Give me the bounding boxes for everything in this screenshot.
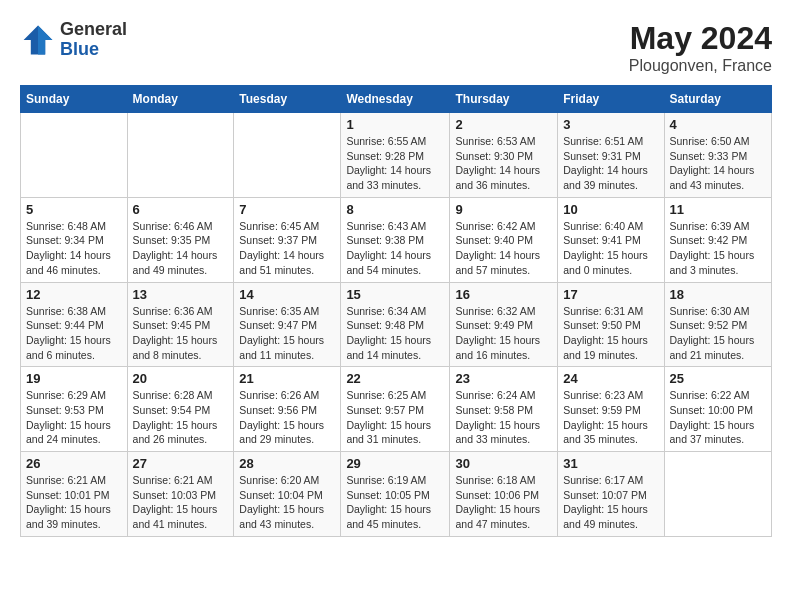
day-number: 18 bbox=[670, 287, 767, 302]
day-number: 26 bbox=[26, 456, 122, 471]
calendar-cell: 13Sunrise: 6:36 AM Sunset: 9:45 PM Dayli… bbox=[127, 282, 234, 367]
header-row: SundayMondayTuesdayWednesdayThursdayFrid… bbox=[21, 86, 772, 113]
day-number: 15 bbox=[346, 287, 444, 302]
header-saturday: Saturday bbox=[664, 86, 772, 113]
svg-marker-1 bbox=[38, 25, 52, 54]
calendar-cell: 30Sunrise: 6:18 AM Sunset: 10:06 PM Dayl… bbox=[450, 452, 558, 537]
day-info: Sunrise: 6:43 AM Sunset: 9:38 PM Dayligh… bbox=[346, 219, 444, 278]
day-number: 13 bbox=[133, 287, 229, 302]
day-info: Sunrise: 6:31 AM Sunset: 9:50 PM Dayligh… bbox=[563, 304, 658, 363]
day-number: 9 bbox=[455, 202, 552, 217]
week-row-3: 12Sunrise: 6:38 AM Sunset: 9:44 PM Dayli… bbox=[21, 282, 772, 367]
calendar-cell: 6Sunrise: 6:46 AM Sunset: 9:35 PM Daylig… bbox=[127, 197, 234, 282]
day-info: Sunrise: 6:18 AM Sunset: 10:06 PM Daylig… bbox=[455, 473, 552, 532]
day-info: Sunrise: 6:32 AM Sunset: 9:49 PM Dayligh… bbox=[455, 304, 552, 363]
day-info: Sunrise: 6:53 AM Sunset: 9:30 PM Dayligh… bbox=[455, 134, 552, 193]
calendar-cell: 23Sunrise: 6:24 AM Sunset: 9:58 PM Dayli… bbox=[450, 367, 558, 452]
calendar-cell: 11Sunrise: 6:39 AM Sunset: 9:42 PM Dayli… bbox=[664, 197, 772, 282]
day-info: Sunrise: 6:38 AM Sunset: 9:44 PM Dayligh… bbox=[26, 304, 122, 363]
day-info: Sunrise: 6:23 AM Sunset: 9:59 PM Dayligh… bbox=[563, 388, 658, 447]
day-info: Sunrise: 6:50 AM Sunset: 9:33 PM Dayligh… bbox=[670, 134, 767, 193]
day-info: Sunrise: 6:55 AM Sunset: 9:28 PM Dayligh… bbox=[346, 134, 444, 193]
calendar-cell: 8Sunrise: 6:43 AM Sunset: 9:38 PM Daylig… bbox=[341, 197, 450, 282]
day-number: 6 bbox=[133, 202, 229, 217]
calendar-cell: 22Sunrise: 6:25 AM Sunset: 9:57 PM Dayli… bbox=[341, 367, 450, 452]
day-number: 31 bbox=[563, 456, 658, 471]
calendar-cell: 2Sunrise: 6:53 AM Sunset: 9:30 PM Daylig… bbox=[450, 113, 558, 198]
day-info: Sunrise: 6:39 AM Sunset: 9:42 PM Dayligh… bbox=[670, 219, 767, 278]
day-info: Sunrise: 6:21 AM Sunset: 10:03 PM Daylig… bbox=[133, 473, 229, 532]
calendar-cell: 25Sunrise: 6:22 AM Sunset: 10:00 PM Dayl… bbox=[664, 367, 772, 452]
calendar-cell: 16Sunrise: 6:32 AM Sunset: 9:49 PM Dayli… bbox=[450, 282, 558, 367]
day-number: 8 bbox=[346, 202, 444, 217]
header-tuesday: Tuesday bbox=[234, 86, 341, 113]
day-info: Sunrise: 6:29 AM Sunset: 9:53 PM Dayligh… bbox=[26, 388, 122, 447]
day-info: Sunrise: 6:34 AM Sunset: 9:48 PM Dayligh… bbox=[346, 304, 444, 363]
day-info: Sunrise: 6:46 AM Sunset: 9:35 PM Dayligh… bbox=[133, 219, 229, 278]
calendar-cell: 21Sunrise: 6:26 AM Sunset: 9:56 PM Dayli… bbox=[234, 367, 341, 452]
calendar-cell bbox=[664, 452, 772, 537]
day-info: Sunrise: 6:30 AM Sunset: 9:52 PM Dayligh… bbox=[670, 304, 767, 363]
calendar-cell: 24Sunrise: 6:23 AM Sunset: 9:59 PM Dayli… bbox=[558, 367, 664, 452]
logo-text: General Blue bbox=[60, 20, 127, 60]
day-info: Sunrise: 6:51 AM Sunset: 9:31 PM Dayligh… bbox=[563, 134, 658, 193]
day-number: 23 bbox=[455, 371, 552, 386]
day-number: 29 bbox=[346, 456, 444, 471]
calendar-cell: 26Sunrise: 6:21 AM Sunset: 10:01 PM Dayl… bbox=[21, 452, 128, 537]
calendar-cell: 14Sunrise: 6:35 AM Sunset: 9:47 PM Dayli… bbox=[234, 282, 341, 367]
calendar-cell: 4Sunrise: 6:50 AM Sunset: 9:33 PM Daylig… bbox=[664, 113, 772, 198]
day-number: 28 bbox=[239, 456, 335, 471]
day-info: Sunrise: 6:21 AM Sunset: 10:01 PM Daylig… bbox=[26, 473, 122, 532]
calendar-cell: 15Sunrise: 6:34 AM Sunset: 9:48 PM Dayli… bbox=[341, 282, 450, 367]
day-number: 16 bbox=[455, 287, 552, 302]
day-number: 2 bbox=[455, 117, 552, 132]
day-number: 30 bbox=[455, 456, 552, 471]
day-info: Sunrise: 6:20 AM Sunset: 10:04 PM Daylig… bbox=[239, 473, 335, 532]
calendar-cell bbox=[21, 113, 128, 198]
day-info: Sunrise: 6:45 AM Sunset: 9:37 PM Dayligh… bbox=[239, 219, 335, 278]
calendar-cell: 7Sunrise: 6:45 AM Sunset: 9:37 PM Daylig… bbox=[234, 197, 341, 282]
calendar-cell: 31Sunrise: 6:17 AM Sunset: 10:07 PM Dayl… bbox=[558, 452, 664, 537]
day-info: Sunrise: 6:25 AM Sunset: 9:57 PM Dayligh… bbox=[346, 388, 444, 447]
header: General Blue May 2024 Plougonven, France bbox=[20, 20, 772, 75]
month-year: May 2024 bbox=[629, 20, 772, 57]
calendar-cell bbox=[234, 113, 341, 198]
day-number: 20 bbox=[133, 371, 229, 386]
logo-general: General bbox=[60, 20, 127, 40]
calendar-cell bbox=[127, 113, 234, 198]
day-number: 1 bbox=[346, 117, 444, 132]
day-info: Sunrise: 6:28 AM Sunset: 9:54 PM Dayligh… bbox=[133, 388, 229, 447]
day-info: Sunrise: 6:48 AM Sunset: 9:34 PM Dayligh… bbox=[26, 219, 122, 278]
day-number: 5 bbox=[26, 202, 122, 217]
location: Plougonven, France bbox=[629, 57, 772, 75]
day-info: Sunrise: 6:26 AM Sunset: 9:56 PM Dayligh… bbox=[239, 388, 335, 447]
day-number: 22 bbox=[346, 371, 444, 386]
week-row-5: 26Sunrise: 6:21 AM Sunset: 10:01 PM Dayl… bbox=[21, 452, 772, 537]
day-number: 24 bbox=[563, 371, 658, 386]
day-number: 3 bbox=[563, 117, 658, 132]
day-number: 17 bbox=[563, 287, 658, 302]
logo-icon bbox=[20, 22, 56, 58]
day-number: 12 bbox=[26, 287, 122, 302]
day-number: 25 bbox=[670, 371, 767, 386]
calendar-table: SundayMondayTuesdayWednesdayThursdayFrid… bbox=[20, 85, 772, 537]
day-info: Sunrise: 6:40 AM Sunset: 9:41 PM Dayligh… bbox=[563, 219, 658, 278]
day-info: Sunrise: 6:24 AM Sunset: 9:58 PM Dayligh… bbox=[455, 388, 552, 447]
calendar-cell: 1Sunrise: 6:55 AM Sunset: 9:28 PM Daylig… bbox=[341, 113, 450, 198]
calendar-header: SundayMondayTuesdayWednesdayThursdayFrid… bbox=[21, 86, 772, 113]
calendar-cell: 3Sunrise: 6:51 AM Sunset: 9:31 PM Daylig… bbox=[558, 113, 664, 198]
week-row-2: 5Sunrise: 6:48 AM Sunset: 9:34 PM Daylig… bbox=[21, 197, 772, 282]
header-thursday: Thursday bbox=[450, 86, 558, 113]
header-monday: Monday bbox=[127, 86, 234, 113]
calendar-cell: 18Sunrise: 6:30 AM Sunset: 9:52 PM Dayli… bbox=[664, 282, 772, 367]
calendar-cell: 27Sunrise: 6:21 AM Sunset: 10:03 PM Dayl… bbox=[127, 452, 234, 537]
logo: General Blue bbox=[20, 20, 127, 60]
header-friday: Friday bbox=[558, 86, 664, 113]
calendar-body: 1Sunrise: 6:55 AM Sunset: 9:28 PM Daylig… bbox=[21, 113, 772, 537]
calendar-cell: 19Sunrise: 6:29 AM Sunset: 9:53 PM Dayli… bbox=[21, 367, 128, 452]
calendar-cell: 5Sunrise: 6:48 AM Sunset: 9:34 PM Daylig… bbox=[21, 197, 128, 282]
day-info: Sunrise: 6:35 AM Sunset: 9:47 PM Dayligh… bbox=[239, 304, 335, 363]
week-row-1: 1Sunrise: 6:55 AM Sunset: 9:28 PM Daylig… bbox=[21, 113, 772, 198]
day-number: 21 bbox=[239, 371, 335, 386]
day-number: 19 bbox=[26, 371, 122, 386]
